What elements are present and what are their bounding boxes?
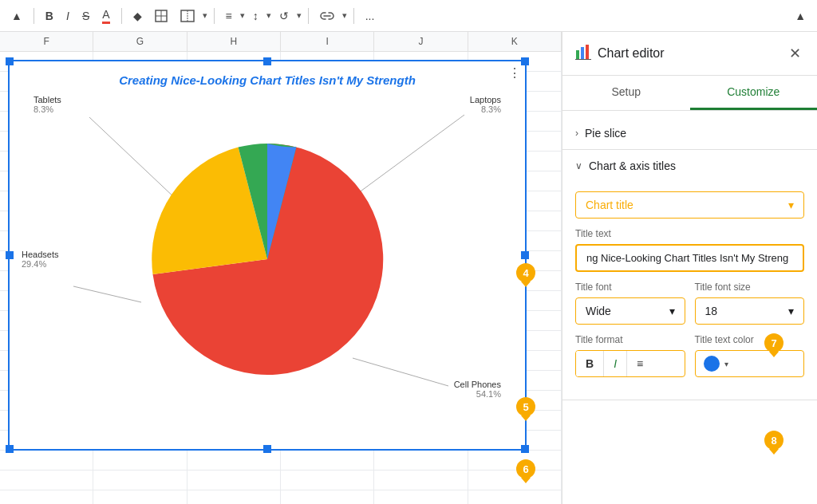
col-headers: F G H I J K bbox=[0, 32, 562, 52]
chart-axis-titles-label: Chart & axis titles bbox=[589, 159, 676, 172]
grid-row bbox=[0, 490, 562, 504]
chart-title-dropdown[interactable]: Chart title ▾ bbox=[575, 191, 804, 219]
chevron-right-icon: › bbox=[575, 128, 578, 139]
grid-cell bbox=[93, 451, 187, 470]
chart-context-menu-btn[interactable]: ⋮ bbox=[508, 65, 521, 81]
color-dropdown-arrow-icon: ▾ bbox=[724, 360, 728, 368]
title-format-col: Title format B I ≡ bbox=[575, 334, 685, 377]
rotate-btn[interactable]: ↺ bbox=[274, 6, 294, 26]
editor-body: › Pie slice ∨ Chart & axis titles Chart … bbox=[562, 111, 817, 504]
svg-line-7 bbox=[73, 286, 141, 302]
col-header-h: H bbox=[187, 32, 281, 51]
close-editor-btn[interactable]: ✕ bbox=[786, 41, 804, 65]
title-text-input[interactable] bbox=[575, 244, 804, 272]
tab-setup[interactable]: Setup bbox=[562, 76, 690, 110]
resize-handle-bl[interactable] bbox=[6, 445, 14, 453]
col-header-i: I bbox=[281, 32, 374, 51]
merge-dropdown-arrow[interactable]: ▾ bbox=[203, 10, 207, 21]
cellphones-label: Cell Phones 54.1% bbox=[454, 380, 501, 399]
chart-axis-titles-header[interactable]: ∨ Chart & axis titles bbox=[562, 150, 817, 182]
grid-cell bbox=[281, 471, 374, 490]
resize-handle-tr[interactable] bbox=[521, 57, 529, 65]
align-h-btn[interactable]: ≡ bbox=[221, 6, 237, 26]
main-content: F G H I J K bbox=[0, 32, 817, 504]
color-circle bbox=[704, 356, 720, 372]
strikethrough-btn[interactable]: S bbox=[77, 6, 94, 26]
format-buttons: B I ≡ bbox=[575, 350, 685, 377]
bold-btn[interactable]: B bbox=[41, 6, 58, 26]
font-size-row: Title font Wide ▾ Title font size 18 ▾ bbox=[575, 282, 804, 325]
border-btn[interactable] bbox=[150, 6, 172, 26]
more-btn[interactable]: ... bbox=[361, 6, 380, 26]
title-font-size-label: Title font size bbox=[695, 282, 805, 293]
italic-format-btn[interactable]: I bbox=[604, 351, 627, 376]
dropdown-arrow-icon: ▾ bbox=[788, 199, 794, 211]
col-header-f: F bbox=[0, 32, 93, 51]
pie-chart-svg bbox=[144, 136, 391, 383]
toolbar: ▲ B I S A ◆ ▾ ≡ ▾ ↕ ▾ ↺ ▾ ▾ ... ▲ bbox=[0, 0, 817, 32]
grid-area: ⋮ Creating Nice-Looking Chart Titles Isn… bbox=[0, 52, 562, 504]
grid-cell bbox=[281, 490, 374, 504]
grid-cell bbox=[187, 471, 281, 490]
chart-axis-titles-accordion: ∨ Chart & axis titles Chart title ▾ Titl… bbox=[562, 150, 817, 400]
align-h-dropdown-arrow[interactable]: ▾ bbox=[240, 10, 245, 21]
title-font-size-value: 18 bbox=[705, 305, 718, 317]
laptops-label: Laptops 8.3% bbox=[470, 95, 501, 114]
italic-btn[interactable]: I bbox=[61, 6, 74, 26]
separator-3 bbox=[214, 8, 215, 24]
grid-cell bbox=[187, 451, 281, 470]
fill-color-btn[interactable]: ◆ bbox=[128, 6, 147, 26]
merge-btn[interactable] bbox=[176, 6, 199, 26]
resize-handle-tc[interactable] bbox=[263, 57, 271, 65]
align-v-dropdown-arrow[interactable]: ▾ bbox=[266, 10, 271, 21]
title-text-color-label: Title text color bbox=[695, 334, 805, 345]
pie-slice-accordion-header[interactable]: › Pie slice bbox=[562, 117, 817, 149]
font-size-dropdown-arrow-icon: ▾ bbox=[788, 305, 794, 317]
grid-cell bbox=[374, 490, 468, 504]
spreadsheet-area: F G H I J K bbox=[0, 32, 562, 504]
resize-handle-tl[interactable] bbox=[6, 57, 14, 65]
grid-cell bbox=[187, 490, 281, 504]
chart-title-dropdown-wrapper: Chart title ▾ bbox=[575, 191, 804, 219]
link-btn[interactable] bbox=[315, 7, 339, 25]
title-font-size-col: Title font size 18 ▾ bbox=[695, 282, 805, 325]
separator-2 bbox=[121, 8, 122, 24]
chart-title: Creating Nice-Looking Chart Titles Isn't… bbox=[18, 69, 517, 95]
chevron-up-btn[interactable]: ▲ bbox=[6, 6, 27, 26]
grid-cell bbox=[0, 471, 93, 490]
chart-icon bbox=[575, 44, 591, 63]
bold-format-btn[interactable]: B bbox=[576, 351, 604, 376]
grid-cell bbox=[93, 490, 187, 504]
title-font-value: Wide bbox=[586, 305, 611, 317]
svg-rect-11 bbox=[586, 45, 589, 59]
link-dropdown-arrow[interactable]: ▾ bbox=[342, 10, 347, 21]
title-font-size-dropdown[interactable]: 18 ▾ bbox=[695, 297, 805, 325]
resize-handle-ml[interactable] bbox=[6, 251, 14, 259]
align-v-btn[interactable]: ↕ bbox=[248, 6, 263, 26]
grid-row bbox=[0, 471, 562, 490]
separator-4 bbox=[308, 8, 309, 24]
tab-customize[interactable]: Customize bbox=[690, 76, 818, 110]
separator-1 bbox=[34, 8, 34, 24]
chart-container[interactable]: ⋮ Creating Nice-Looking Chart Titles Isn… bbox=[8, 60, 527, 451]
grid-cell bbox=[93, 471, 187, 490]
color-picker-btn[interactable]: ▾ bbox=[695, 350, 805, 377]
align-format-btn[interactable]: ≡ bbox=[627, 351, 653, 376]
tablets-label: Tablets 8.3% bbox=[34, 95, 61, 114]
resize-handle-bc[interactable] bbox=[263, 445, 271, 453]
title-text-label: Title text bbox=[575, 228, 804, 239]
grid-cell bbox=[0, 490, 93, 504]
editor-title: Chart editor bbox=[575, 44, 665, 63]
text-color-btn[interactable]: A bbox=[97, 5, 114, 27]
title-font-dropdown[interactable]: Wide ▾ bbox=[575, 297, 685, 325]
resize-handle-br[interactable] bbox=[521, 445, 529, 453]
separator-5 bbox=[353, 8, 354, 24]
svg-rect-12 bbox=[575, 59, 591, 60]
headsets-label: Headsets 29.4% bbox=[22, 250, 58, 269]
rotate-dropdown-arrow[interactable]: ▾ bbox=[297, 10, 302, 21]
svg-rect-10 bbox=[581, 47, 584, 59]
collapse-btn[interactable]: ▲ bbox=[790, 6, 811, 26]
resize-handle-mr[interactable] bbox=[521, 251, 529, 259]
chevron-down-icon: ∨ bbox=[575, 160, 582, 171]
chart-title-dropdown-value: Chart title bbox=[586, 199, 633, 211]
